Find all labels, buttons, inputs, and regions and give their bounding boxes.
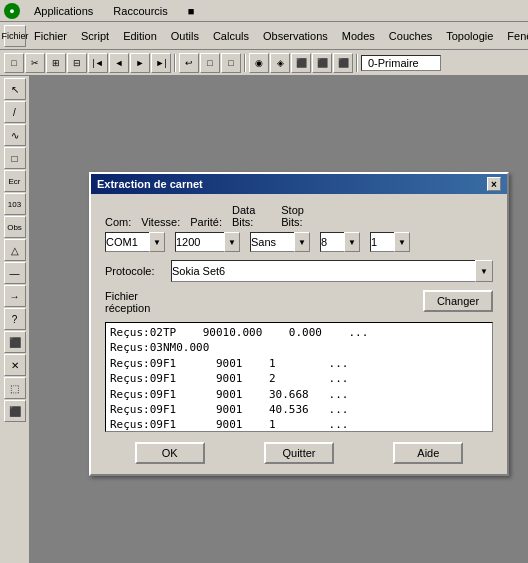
toolbar2-btn6[interactable]: ◄ — [109, 53, 129, 73]
menu-calculs[interactable]: Calculs — [207, 28, 255, 44]
ok-button[interactable]: OK — [135, 442, 205, 464]
button-row: OK Quitter Aide — [105, 442, 493, 464]
dialog-close-button[interactable]: × — [487, 177, 501, 191]
com-select[interactable]: COM1 COM2 COM3 — [105, 232, 165, 252]
active-layer-label: 0-Primaire — [361, 55, 441, 71]
toolbar2-btn1[interactable]: □ — [4, 53, 24, 73]
databits-label: Data Bits: — [232, 204, 255, 228]
changer-button[interactable]: Changer — [423, 290, 493, 312]
parite-select[interactable]: Sans Pair Impair — [250, 232, 310, 252]
extraction-dialog: Extraction de carnet × Com: Vitesse: — [89, 172, 509, 476]
sidebar-btn-103[interactable]: 103 — [4, 193, 26, 215]
fichier-row: Fichier réception Changer — [105, 290, 493, 314]
com-group: Com: — [105, 216, 131, 228]
protocole-select-wrapper[interactable]: Sokia Set6 Nikon Leica Trimble ▼ — [171, 260, 493, 282]
toolbar2-btn3[interactable]: ⊞ — [46, 53, 66, 73]
stopbits-label: Stop Bits: — [281, 204, 304, 228]
databits-select[interactable]: 8 7 — [320, 232, 360, 252]
menu-fenet[interactable]: Fenêt — [501, 28, 528, 44]
toolbar-sep1 — [174, 54, 176, 72]
databits-select-wrapper[interactable]: 8 7 ▼ — [320, 232, 360, 252]
menu-raccourcis[interactable]: Raccourcis — [107, 3, 173, 19]
toolbar2-btn5[interactable]: |◄ — [88, 53, 108, 73]
menu-observations[interactable]: Observations — [257, 28, 334, 44]
settings-row2: COM1 COM2 COM3 ▼ 1200 2400 4800 96 — [105, 232, 493, 252]
toolbar2-btn4[interactable]: ⊟ — [67, 53, 87, 73]
dialog-title: Extraction de carnet — [97, 178, 203, 190]
fichier-label: Fichier réception — [105, 290, 150, 314]
dialog-title-bar: Extraction de carnet × — [91, 174, 507, 194]
dialog-overlay: Extraction de carnet × Com: Vitesse: — [70, 152, 528, 563]
parite-group: Parité: — [190, 216, 222, 228]
menu-edition[interactable]: Edition — [117, 28, 163, 44]
protocole-label: Protocole: — [105, 265, 165, 277]
menu-bar-left: ● Applications Raccourcis ■ — [4, 3, 200, 19]
menu-window[interactable]: ■ — [182, 3, 201, 19]
toolbar2-btn10[interactable]: □ — [200, 53, 220, 73]
sidebar-btn-dash[interactable]: — — [4, 262, 26, 284]
sidebar-btn-rect[interactable]: □ — [4, 147, 26, 169]
toolbar-btn-fichier[interactable]: Fichier — [4, 25, 26, 47]
secondary-toolbar: □ ✂ ⊞ ⊟ |◄ ◄ ► ►| ↩ □ □ ◉ ◈ ⬛ ⬛ ⬛ 0-Prim… — [0, 50, 528, 76]
toolbar-sep3 — [356, 54, 358, 72]
sidebar-btn-square[interactable]: ⬚ — [4, 377, 26, 399]
parite-select-wrapper[interactable]: Sans Pair Impair ▼ — [250, 232, 310, 252]
main-toolbar: Fichier Fichier Script Edition Outils Ca… — [0, 22, 528, 50]
sidebar-btn-ecr[interactable]: Ecr — [4, 170, 26, 192]
sidebar-btn-help[interactable]: ? — [4, 308, 26, 330]
app-icon: ● — [4, 3, 20, 19]
vitesse-select-wrapper[interactable]: 1200 2400 4800 9600 ▼ — [175, 232, 240, 252]
output-line-5: Reçus:09F1 9001 30.668 ... — [110, 387, 488, 402]
workspace: Extraction de carnet × Com: Vitesse: — [30, 76, 528, 563]
sidebar-btn-obs[interactable]: Obs — [4, 216, 26, 238]
vitesse-group: Vitesse: — [141, 216, 180, 228]
toolbar2-btn13[interactable]: ◈ — [270, 53, 290, 73]
quitter-button[interactable]: Quitter — [264, 442, 334, 464]
stopbits-select[interactable]: 1 2 — [370, 232, 410, 252]
output-line-7: Reçus:09F1 9001 1 ... — [110, 417, 488, 432]
output-line-4: Reçus:09F1 9001 2 ... — [110, 371, 488, 386]
toolbar2-btn12[interactable]: ◉ — [249, 53, 269, 73]
toolbar2-btn16[interactable]: ⬛ — [333, 53, 353, 73]
protocole-row: Protocole: Sokia Set6 Nikon Leica Trimbl… — [105, 260, 493, 282]
menu-outils[interactable]: Outils — [165, 28, 205, 44]
menu-fichier[interactable]: Fichier — [28, 28, 73, 44]
sidebar-btn-arrow-right[interactable]: → — [4, 285, 26, 307]
sidebar-btn-line[interactable]: / — [4, 101, 26, 123]
menu-modes[interactable]: Modes — [336, 28, 381, 44]
main-area: ↖ / ∿ □ Ecr 103 Obs △ — → ? ⬛ ✕ ⬚ ⬛ Extr… — [0, 76, 528, 563]
toolbar2-btn15[interactable]: ⬛ — [312, 53, 332, 73]
toolbar2-btn7[interactable]: ► — [130, 53, 150, 73]
menu-script[interactable]: Script — [75, 28, 115, 44]
menu-topologie[interactable]: Topologie — [440, 28, 499, 44]
aide-button[interactable]: Aide — [393, 442, 463, 464]
sidebar-btn-fill[interactable]: ⬛ — [4, 400, 26, 422]
toolbar-sep2 — [244, 54, 246, 72]
protocole-select[interactable]: Sokia Set6 Nikon Leica Trimble — [171, 260, 493, 282]
settings-row1: Com: Vitesse: Parité: Data Bits: Stop Bi… — [105, 204, 493, 228]
menu-couches[interactable]: Couches — [383, 28, 438, 44]
com-label: Com: — [105, 216, 131, 228]
toolbar2-btn2[interactable]: ✂ — [25, 53, 45, 73]
sidebar-btn-triangle[interactable]: △ — [4, 239, 26, 261]
vitesse-label: Vitesse: — [141, 216, 180, 228]
dialog-body: Com: Vitesse: Parité: Data Bits: Stop Bi… — [91, 194, 507, 474]
sidebar-btn-arrow[interactable]: ↖ — [4, 78, 26, 100]
parite-label: Parité: — [190, 216, 222, 228]
vitesse-select[interactable]: 1200 2400 4800 9600 — [175, 232, 240, 252]
menu-applications[interactable]: Applications — [28, 3, 99, 19]
toolbar2-btn11[interactable]: □ — [221, 53, 241, 73]
databits-group: Data Bits: Stop Bits: — [232, 204, 493, 228]
toolbar2-btn9[interactable]: ↩ — [179, 53, 199, 73]
sidebar-btn-black[interactable]: ⬛ — [4, 331, 26, 353]
com-select-wrapper[interactable]: COM1 COM2 COM3 ▼ — [105, 232, 165, 252]
sidebar-btn-curve[interactable]: ∿ — [4, 124, 26, 146]
menu-bar: ● Applications Raccourcis ■ — [0, 0, 528, 22]
output-line-1: Reçus:02TP 90010.000 0.000 ... — [110, 325, 488, 340]
output-box: Reçus:02TP 90010.000 0.000 ... Reçus:03N… — [105, 322, 493, 432]
toolbar2-btn8[interactable]: ►| — [151, 53, 171, 73]
stopbits-select-wrapper[interactable]: 1 2 ▼ — [370, 232, 410, 252]
toolbar2-btn14[interactable]: ⬛ — [291, 53, 311, 73]
left-sidebar: ↖ / ∿ □ Ecr 103 Obs △ — → ? ⬛ ✕ ⬚ ⬛ — [0, 76, 30, 563]
sidebar-btn-x[interactable]: ✕ — [4, 354, 26, 376]
